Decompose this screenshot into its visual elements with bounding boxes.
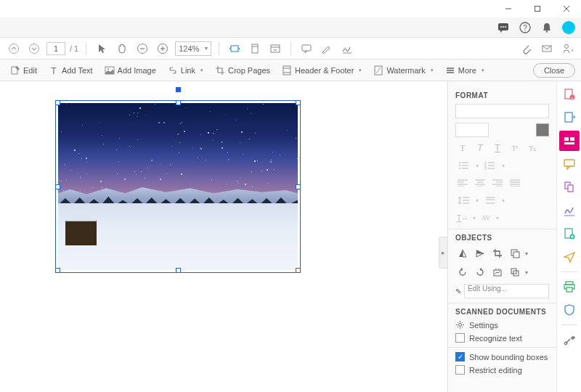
- recognize-checkbox[interactable]: [455, 333, 465, 343]
- font-family-select[interactable]: [455, 104, 549, 118]
- svg-point-32: [107, 68, 109, 70]
- edit-tool[interactable]: Edit: [6, 62, 41, 78]
- align-left-button[interactable]: [455, 176, 470, 189]
- sign-button[interactable]: [339, 41, 355, 57]
- protect-tool[interactable]: [559, 300, 580, 320]
- organize-pages-tool[interactable]: [559, 177, 580, 197]
- zoom-out-button[interactable]: [134, 41, 150, 57]
- edit-toolbar: Edit TAdd Text Add Image Link Crop Pages…: [0, 60, 581, 81]
- page-total-label: / 1: [70, 44, 78, 53]
- restrict-editing-row[interactable]: Restrict editing: [455, 365, 549, 375]
- underline-button[interactable]: T: [490, 142, 505, 155]
- document-canvas[interactable]: ▸: [0, 81, 447, 392]
- svg-rect-87: [564, 142, 574, 144]
- send-track-tool[interactable]: [559, 247, 580, 267]
- selected-image[interactable]: [58, 103, 298, 270]
- bold-button[interactable]: T: [455, 142, 470, 155]
- minimize-button[interactable]: [494, 0, 523, 17]
- page-down-button[interactable]: [26, 41, 42, 57]
- pointer-tool[interactable]: [94, 41, 110, 57]
- add-image-tool[interactable]: Add Image: [100, 62, 161, 78]
- scanned-docs-title: SCANNED DOCUMENTS: [455, 308, 549, 316]
- color-swatch[interactable]: [536, 123, 549, 136]
- align-objects-button[interactable]: [508, 265, 522, 279]
- email-button[interactable]: [539, 41, 555, 57]
- share-user-button[interactable]: +: [559, 41, 575, 57]
- align-justify-button[interactable]: [508, 176, 522, 189]
- page-number-input[interactable]: [46, 42, 65, 55]
- fit-width-button[interactable]: [227, 41, 243, 57]
- flip-vertical-button[interactable]: [455, 246, 470, 261]
- chat-icon[interactable]: [497, 21, 510, 34]
- svg-text:?: ?: [523, 23, 527, 31]
- flip-horizontal-button[interactable]: [473, 246, 487, 261]
- rotate-handle[interactable]: [176, 87, 181, 92]
- bell-icon[interactable]: [540, 21, 553, 34]
- replace-image-button[interactable]: [490, 265, 505, 279]
- svg-rect-86: [570, 137, 574, 141]
- char-spacing-button[interactable]: AV: [479, 211, 493, 224]
- edit-icon: [10, 65, 20, 75]
- paragraph-spacing-button[interactable]: [482, 194, 499, 207]
- svg-point-11: [546, 30, 548, 32]
- edit-using-select[interactable]: Edit Using...: [464, 284, 549, 298]
- svg-text:T: T: [51, 65, 57, 75]
- superscript-button[interactable]: T¹: [508, 142, 522, 155]
- svg-rect-85: [564, 137, 569, 141]
- font-size-select[interactable]: [455, 123, 489, 137]
- arrange-button[interactable]: [508, 246, 522, 261]
- number-list-button[interactable]: 123: [482, 159, 499, 172]
- link-tool[interactable]: Link: [163, 62, 208, 78]
- fit-page-button[interactable]: [247, 41, 263, 57]
- svg-point-7: [503, 26, 504, 28]
- align-right-button[interactable]: [490, 176, 505, 189]
- more-tools[interactable]: [559, 330, 580, 350]
- add-text-tool[interactable]: TAdd Text: [44, 62, 97, 78]
- crop-pages-tool[interactable]: Crop Pages: [211, 62, 275, 78]
- show-bbox-checkbox[interactable]: ✓: [455, 352, 465, 362]
- close-window-button[interactable]: [552, 0, 581, 17]
- help-icon[interactable]: ?: [519, 21, 532, 34]
- expand-panel-tab[interactable]: ▸: [439, 237, 447, 269]
- restrict-checkbox[interactable]: [455, 365, 465, 375]
- bullet-list-button[interactable]: [455, 159, 473, 172]
- subscript-button[interactable]: T₁: [525, 142, 540, 155]
- zoom-in-button[interactable]: [155, 41, 171, 57]
- reading-mode-button[interactable]: [267, 41, 283, 57]
- svg-text:+: +: [571, 96, 574, 100]
- italic-button[interactable]: T: [473, 142, 487, 155]
- attachment-button[interactable]: [519, 41, 535, 57]
- rotate-ccw-button[interactable]: [455, 265, 470, 279]
- export-pdf-tool[interactable]: [559, 107, 580, 128]
- svg-rect-1: [535, 7, 540, 12]
- align-center-button[interactable]: [473, 176, 487, 189]
- page-up-button[interactable]: [6, 41, 22, 57]
- close-edit-button[interactable]: Close: [533, 63, 575, 78]
- watermark-tool[interactable]: Watermark: [369, 62, 437, 78]
- show-bbox-row[interactable]: ✓ Show bounding boxes: [455, 352, 549, 362]
- svg-point-45: [459, 168, 460, 169]
- maximize-button[interactable]: [523, 0, 552, 17]
- rotate-cw-button[interactable]: [473, 265, 487, 279]
- comment-tool[interactable]: [559, 154, 580, 174]
- highlight-button[interactable]: [319, 41, 335, 57]
- horizontal-scale-button[interactable]: T↔: [455, 211, 470, 224]
- create-pdf-tool[interactable]: +: [559, 84, 580, 105]
- comment-button[interactable]: [298, 41, 314, 57]
- header-footer-tool[interactable]: Header & Footer: [277, 62, 366, 78]
- crop-object-button[interactable]: [490, 246, 505, 261]
- more-tool[interactable]: More: [441, 62, 489, 78]
- send-sign-tool[interactable]: [559, 224, 580, 244]
- print-tool[interactable]: [559, 277, 580, 297]
- settings-row[interactable]: Settings: [455, 320, 549, 330]
- svg-point-80: [459, 324, 462, 327]
- zoom-level-select[interactable]: 124%: [175, 41, 211, 56]
- svg-point-97: [564, 342, 567, 345]
- hand-tool[interactable]: [114, 41, 130, 57]
- user-avatar[interactable]: [562, 21, 575, 34]
- recognize-text-row[interactable]: Recognize text: [455, 333, 549, 343]
- line-spacing-button[interactable]: [455, 194, 473, 207]
- fill-sign-tool[interactable]: [559, 200, 580, 221]
- header-footer-icon: [282, 65, 292, 75]
- edit-pdf-tool[interactable]: [559, 131, 580, 151]
